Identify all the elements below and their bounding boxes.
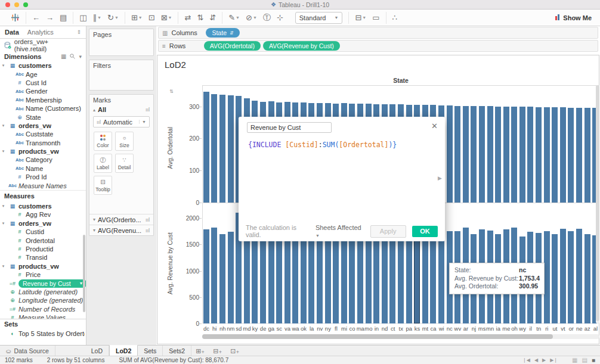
x-label-de[interactable]: de [259, 325, 267, 332]
marks-all-row[interactable]: ▴ All ııl [89, 104, 153, 114]
x-label-nd[interactable]: nd [381, 325, 389, 332]
columns-shelf[interactable]: ▥ Columns State⇵ [158, 27, 598, 39]
sidebar-scrollbar[interactable] [83, 235, 85, 312]
bar-ks[interactable] [414, 231, 420, 323]
x-label-wv[interactable]: wv [453, 325, 462, 332]
horizontal-scrollbar[interactable] [202, 334, 599, 339]
minimize-window-button[interactable] [14, 2, 19, 7]
pause-updates-button[interactable]: ∥▼ [93, 13, 101, 23]
expander-icon[interactable]: ▾ [0, 221, 7, 226]
bar-hi[interactable] [211, 228, 217, 323]
bar-dc[interactable] [203, 92, 209, 203]
field-latitude-generated-[interactable]: ⊕Latitude (generated) [0, 288, 86, 296]
field-transid[interactable]: #Transid [0, 253, 86, 262]
bar-sc[interactable] [276, 231, 282, 323]
x-label-fl[interactable]: fl [332, 325, 340, 332]
new-dashboard-button[interactable]: ⊟₊ [209, 346, 226, 356]
x-label-ky[interactable]: ky [251, 325, 259, 332]
marks-subcard-ordertotal[interactable]: ▾ AVG(Orderto... ııl [89, 214, 153, 225]
bar-va[interactable] [284, 232, 290, 323]
last-page-icon[interactable]: ▶❘ [550, 357, 558, 363]
x-label-va[interactable]: va [283, 325, 292, 332]
field-longitude-generated-[interactable]: ⊕Longitude (generated) [0, 296, 86, 304]
bar-mt[interactable] [422, 234, 428, 323]
fit-dropdown[interactable]: Standard ▼ [295, 12, 343, 24]
color-button[interactable]: Color [94, 132, 112, 151]
x-label-ca[interactable]: ca [429, 325, 438, 332]
bar-wy[interactable] [519, 107, 525, 203]
bar-ne[interactable] [576, 229, 582, 323]
sheet-tab-sets[interactable]: Sets [138, 346, 163, 356]
x-label-oh[interactable]: oh [510, 325, 518, 332]
new-worksheet-button[interactable]: ⊞▼ [131, 13, 143, 23]
field-ordertotal[interactable]: #Ordertotal [0, 236, 86, 244]
y-axis-title-revenue[interactable]: Avg. Revenue by Cust [166, 206, 174, 322]
refresh-button[interactable]: ↻▼ [107, 13, 119, 23]
field-products-vw[interactable]: ▾▦products_vw [0, 262, 86, 270]
presentation-mode-button[interactable]: ▭ [372, 13, 379, 23]
apply-button[interactable]: Apply [370, 225, 406, 238]
bar-nc[interactable] [447, 105, 453, 203]
show-me-button[interactable]: Show Me [555, 14, 595, 21]
x-label-nc[interactable]: nc [446, 325, 454, 332]
expander-icon[interactable]: ▾ [0, 149, 7, 154]
x-label-la[interactable]: la [308, 325, 316, 332]
bar-ut[interactable] [552, 234, 558, 323]
filters-shelf[interactable]: Filters [89, 60, 154, 91]
x-label-ne[interactable]: ne [575, 325, 583, 332]
new-worksheet-button[interactable]: ⊞₊ [191, 346, 209, 356]
expand-panel-icon[interactable]: ▶ [438, 175, 442, 181]
bar-vt[interactable] [560, 229, 566, 323]
field-transmonth[interactable]: AbcTransmonth [0, 139, 86, 147]
bar-ma[interactable] [357, 233, 363, 323]
field-state[interactable]: ⊕State [0, 113, 86, 121]
field-price[interactable]: #Price [0, 270, 86, 279]
horizontal-scrollbar-thumb[interactable] [202, 334, 553, 339]
x-label-nm[interactable]: nm [227, 325, 235, 332]
field-customers[interactable]: ▾▦customers [0, 202, 86, 210]
zoom-window-button[interactable] [23, 2, 28, 7]
tab-data[interactable]: Data [5, 29, 19, 36]
bar-nv[interactable] [317, 231, 323, 323]
x-label-ma[interactable]: ma [356, 325, 364, 332]
bar-nj[interactable] [471, 106, 477, 203]
vertical-scrollbar[interactable] [596, 85, 599, 323]
field-name[interactable]: AbcName [0, 164, 86, 173]
x-label-mi[interactable]: mi [340, 325, 348, 332]
field-membership[interactable]: AbcMembership [0, 96, 86, 104]
bar-ca[interactable] [430, 233, 436, 323]
x-label-tx[interactable]: tx [397, 325, 405, 332]
field-revenue-by-cust[interactable]: =#Revenue by Cust▼ [0, 279, 86, 287]
bar-nh[interactable] [219, 95, 225, 203]
datasource-item[interactable]: orders_vw+ (hive.retail) [0, 39, 86, 51]
field-number-of-records[interactable]: =#Number of Records [0, 305, 86, 313]
field-name-customers-[interactable]: AbcName (Customers) [0, 104, 86, 113]
x-label-ia[interactable]: ia [494, 325, 502, 332]
vertical-scrollbar-thumb[interactable] [596, 85, 599, 321]
pill-state[interactable]: State⇵ [206, 28, 239, 38]
sheet-tab-lod[interactable]: LoD [85, 346, 109, 356]
x-label-ms[interactable]: ms [478, 325, 486, 332]
pages-shelf[interactable]: Pages [89, 29, 154, 56]
axis-sort-icon[interactable]: ⇅ [169, 89, 174, 94]
close-icon[interactable]: ✕ [431, 122, 438, 130]
x-label-sc[interactable]: sc [275, 325, 283, 332]
tooltip-button[interactable]: ⊟Tooltip [94, 176, 112, 195]
x-label-dc[interactable]: dc [202, 325, 211, 332]
bar-ga[interactable] [268, 230, 274, 323]
group-members-button[interactable]: ⊘▼ [246, 13, 257, 23]
tableau-logo-icon[interactable] [11, 13, 20, 22]
x-label-nv[interactable]: nv [316, 325, 324, 332]
expander-icon[interactable]: ▾ [0, 123, 7, 128]
pill-avg-ordertotal-[interactable]: AVG(Ordertotal) [204, 41, 261, 51]
x-label-mt[interactable]: mt [421, 325, 429, 332]
duplicate-button[interactable]: ⊡ [149, 13, 155, 23]
x-label-ar[interactable]: ar [462, 325, 470, 332]
clear-sheet-button[interactable]: ⊠▼ [161, 13, 172, 23]
field-top-5-states-by-ordertotal[interactable]: ◐Top 5 States by Ordertotal [0, 329, 86, 338]
bar-ny[interactable] [325, 230, 331, 323]
formula-editor[interactable]: {INCLUDE [Custid]:SUM([Ordertotal])} [248, 141, 397, 149]
bar-ia[interactable] [495, 107, 501, 203]
highlight-button[interactable]: ✎▼ [228, 13, 240, 23]
bar-tn[interactable] [536, 107, 542, 203]
